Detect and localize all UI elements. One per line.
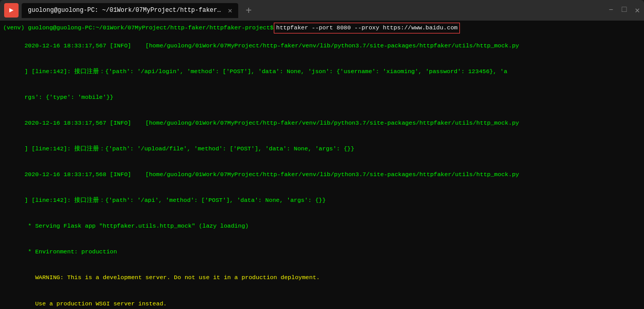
prompt-text: (venv) guolong@guolong-PC:~/01Work/07MyP…: [3, 24, 274, 32]
terminal-body[interactable]: (venv) guolong@guolong-PC:~/01Work/07MyP…: [0, 21, 644, 309]
new-tab-button[interactable]: +: [241, 3, 256, 18]
log-line-2: 2020-12-16 18:33:17,567 [INFO] [home/guo…: [3, 111, 641, 136]
log-line-1c: rgs': {'type': 'mobile'}}: [3, 85, 641, 111]
title-bar-left: ► guolong@guolong-PC: ~/01Work/07MyProje…: [4, 3, 256, 18]
warning-line2: Use a production WSGI server instead.: [3, 291, 641, 309]
log-line-3: 2020-12-16 18:33:17,568 [INFO] [home/guo…: [3, 162, 641, 188]
command-prompt-line: (venv) guolong@guolong-PC:~/01Work/07MyP…: [3, 23, 641, 33]
terminal-window: ► guolong@guolong-PC: ~/01Work/07MyProje…: [0, 0, 644, 309]
serving-line: * Serving Flask app "httpfaker.utils.htt…: [3, 214, 641, 239]
log-line-1: 2020-12-16 18:33:17,567 [INFO] [home/guo…: [3, 33, 641, 59]
title-bar: ► guolong@guolong-PC: ~/01Work/07MyProje…: [0, 0, 644, 21]
minimize-button[interactable]: –: [608, 5, 614, 15]
terminal-icon: ►: [4, 3, 19, 18]
window-controls: – □ ✕: [608, 5, 640, 15]
log-line-2b: ] [line:142]: 接口注册：{'path': '/upload/fil…: [3, 136, 641, 162]
close-button[interactable]: ✕: [635, 5, 640, 15]
env-line: * Environment: production: [3, 239, 641, 265]
command-text: httpfaker --port 8080 --proxy https://ww…: [274, 23, 460, 33]
tab-close-icon[interactable]: ✕: [228, 6, 232, 15]
log-line-3b: ] [line:142]: 接口注册：{'path': '/api', 'met…: [3, 188, 641, 214]
log-line-1b: ] [line:142]: 接口注册：{'path': '/api/login'…: [3, 59, 641, 85]
warning-line1: WARNING: This is a development server. D…: [3, 265, 641, 291]
tab-label: guolong@guolong-PC: ~/01Work/07MyProject…: [28, 7, 224, 14]
active-tab[interactable]: guolong@guolong-PC: ~/01Work/07MyProject…: [22, 3, 238, 18]
maximize-button[interactable]: □: [622, 5, 627, 15]
